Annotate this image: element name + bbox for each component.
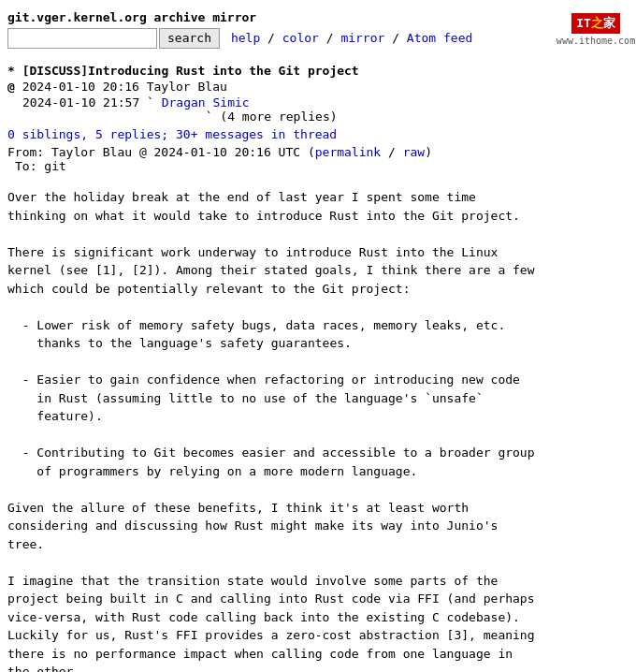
to-line: To: git [15,159,629,173]
site-title: git.vger.kernel.org archive mirror [7,10,563,24]
search-row: search help / color / mirror / Atom feed [7,28,563,49]
content: * [DISCUSS]Introducing Rust into the Git… [0,56,636,672]
post-author: Taylor Blau [147,80,227,94]
date-author-line: @ 2024-01-10 20:16 Taylor Blau [7,80,629,94]
atom-feed-link[interactable]: Atom feed [407,31,472,45]
page-header: git.vger.kernel.org archive mirror searc… [0,0,636,56]
at-marker: @ [7,80,15,94]
reply1-more: (4 more replies) [220,110,337,124]
header-left: git.vger.kernel.org archive mirror searc… [7,10,563,49]
paren-close: ) [425,145,432,159]
reply1-more-tick: ` [206,110,221,124]
from-label: From: [7,145,44,159]
nav-sep3: / [392,31,407,45]
reply1-author-link[interactable]: Dragan Simic [162,95,250,110]
nav-sep2: / [326,31,341,45]
logo-symbol: 之 [591,16,603,30]
raw-link[interactable]: raw [403,145,425,159]
to-value: git [44,159,65,173]
post-date: 2024-01-10 20:16 [22,80,139,94]
reply1-tick: ` [147,95,162,110]
logo-subtitle: www.ithome.com [556,36,635,46]
nav-sep1: / [267,31,282,45]
from-date: @ 2024-01-10 20:16 UTC [139,145,300,159]
from-author: Taylor Blau [51,145,139,159]
archive-link[interactable]: archive [154,10,206,24]
search-button[interactable]: search [159,28,220,49]
logo-it: IT [576,16,591,30]
color-link[interactable]: color [282,31,319,45]
mirror-label: mirror [212,10,256,24]
thread-summary: 0 siblings, 5 replies; 30+ messages in t… [7,127,629,141]
logo-home: 家 [603,16,615,30]
permalink-link[interactable]: permalink [315,145,381,159]
reply-tree: 2024-01-10 21:57 ` Dragan Simic ` (4 mor… [22,95,629,124]
from-line: From: Taylor Blau @ 2024-01-10 20:16 UTC… [7,145,629,159]
subject-line: * [DISCUSS]Introducing Rust into the Git… [7,64,629,78]
mirror-link[interactable]: mirror [340,31,384,45]
to-label: To: [15,159,36,173]
paren-open: ( [308,145,315,159]
star-marker: * [7,64,15,78]
site-domain: git.vger.kernel.org [7,10,147,24]
nav-links: help / color / mirror / Atom feed [231,31,472,45]
reply1-date: 2024-01-10 21:57 [22,95,139,110]
thread-summary-link[interactable]: 0 siblings, 5 replies; 30+ messages in t… [7,127,337,141]
message-body: Over the holiday break at the end of las… [7,188,629,672]
subject-title: Introducing Rust into the Git project [88,64,359,78]
link-sep: / [381,145,402,159]
search-input[interactable] [7,28,157,49]
help-link[interactable]: help [231,31,260,45]
logo-box: IT之家 [571,13,620,34]
subject-prefix: [DISCUSS] [22,64,88,78]
logo: IT之家 www.ithome.com [563,6,629,52]
reply1-more-indent [22,110,198,124]
